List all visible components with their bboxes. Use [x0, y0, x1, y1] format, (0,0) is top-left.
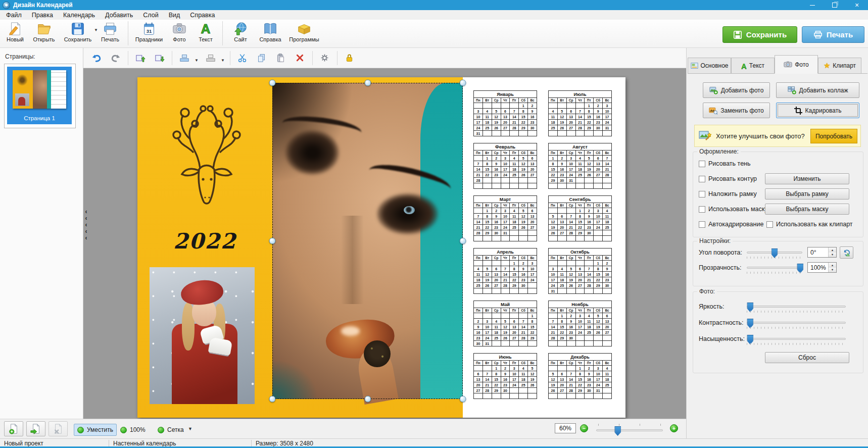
menu-calendar[interactable]: Календарь: [62, 12, 97, 19]
mini-calendar-Сентябрь[interactable]: СентябрьПнВтСрЧтПтСбВс123456789101112131…: [548, 195, 612, 241]
tab-clipart[interactable]: ★ Клипарт: [818, 58, 861, 73]
resize-handle-w[interactable]: [269, 238, 276, 244]
menu-add[interactable]: Добавить: [104, 12, 134, 19]
mini-calendar-Февраль[interactable]: ФевральПнВтСрЧтПтСбВс1234567891011121314…: [473, 143, 537, 189]
mini-calendar-Ноябрь[interactable]: НоябрьПнВтСрЧтПтСбВс12345678910111213141…: [548, 301, 612, 346]
tab-text[interactable]: A Текст: [731, 58, 775, 73]
opacity-spin-down[interactable]: ▼: [829, 268, 836, 273]
select-frame-button[interactable]: Выбрать рамку: [765, 188, 849, 200]
tab-photo[interactable]: Фото: [775, 55, 818, 74]
add-photo-button[interactable]: Добавить фото: [703, 82, 770, 98]
rotation-spin-up[interactable]: ▲: [829, 247, 836, 253]
rotation-slider[interactable]: [747, 252, 802, 254]
holidays-button[interactable]: 31 Праздники: [132, 20, 166, 42]
mini-calendar-Июль[interactable]: ИюльПнВтСрЧтПтСбВс1234567891011121314151…: [548, 90, 612, 136]
contrast-slider[interactable]: [747, 322, 846, 324]
opacity-spin-up[interactable]: ▲: [829, 263, 836, 268]
new-button[interactable]: Новый: [2, 20, 28, 42]
redo-button[interactable]: [108, 51, 124, 66]
shadow-checkbox[interactable]: [699, 161, 705, 167]
brightness-slider[interactable]: [747, 306, 846, 308]
save-project-button[interactable]: Сохранить: [722, 26, 797, 43]
fit-button[interactable]: Уместить: [74, 424, 117, 436]
resize-handle-s[interactable]: [364, 396, 371, 403]
lower-layer-button[interactable]: [152, 51, 168, 66]
zoom-slider[interactable]: [596, 423, 663, 434]
resize-handle-ne[interactable]: [460, 80, 466, 86]
programs-button[interactable]: Программы: [286, 20, 322, 42]
deer-clipart[interactable]: [154, 87, 255, 234]
add-collage-button[interactable]: Добавить коллаж: [776, 82, 859, 98]
delete-button[interactable]: [292, 51, 308, 66]
delete-page-button[interactable]: [49, 421, 68, 436]
resize-handle-n[interactable]: [364, 80, 371, 86]
mini-calendar-Октябрь[interactable]: ОктябрьПнВтСрЧтПтСбВс1234567891011121314…: [548, 248, 612, 294]
effects-button[interactable]: [317, 51, 333, 66]
align-horizontal-button[interactable]: [176, 51, 192, 66]
rotation-spin-down[interactable]: ▼: [829, 253, 836, 258]
restore-button[interactable]: [824, 0, 846, 10]
saturation-slider[interactable]: [747, 338, 846, 340]
reset-button[interactable]: Сброс: [765, 352, 849, 363]
checkbox-mask[interactable]: Использовать маску: [699, 206, 768, 213]
opacity-slider[interactable]: [747, 267, 802, 269]
as-clipart-checkbox[interactable]: [766, 221, 773, 228]
mini-calendar-Август[interactable]: АвгустПнВтСрЧтПтСбВс12345678910111213141…: [548, 143, 612, 189]
undo-button[interactable]: [88, 51, 105, 66]
align-vertical-button[interactable]: [203, 51, 219, 66]
add-page-button[interactable]: [4, 421, 23, 436]
frame-checkbox[interactable]: [699, 191, 705, 197]
open-button[interactable]: Открыть: [28, 20, 60, 42]
close-button[interactable]: ×: [846, 0, 868, 10]
opacity-spinbox[interactable]: 100% ▲▼: [807, 262, 837, 273]
resize-handle-se[interactable]: [460, 396, 466, 403]
page-thumbnail-selected[interactable]: Страница 1: [7, 67, 72, 124]
paste-button[interactable]: [273, 51, 289, 66]
save-button[interactable]: Сохранить ▼: [60, 20, 96, 42]
minimize-button[interactable]: [801, 0, 824, 10]
checkbox-frame[interactable]: Наложить рамку: [699, 190, 757, 197]
grid-dropdown-caret[interactable]: ▼: [188, 426, 192, 431]
zoom-100-button[interactable]: 100%: [117, 424, 149, 436]
menu-edit[interactable]: Правка: [30, 12, 55, 19]
zoom-in-button[interactable]: +: [670, 424, 678, 432]
mask-checkbox[interactable]: [699, 206, 705, 213]
main-photo-selected[interactable]: [272, 83, 463, 399]
menu-view[interactable]: Вид: [167, 12, 182, 19]
zoom-out-button[interactable]: −: [580, 424, 588, 432]
print-project-button[interactable]: Печать: [802, 26, 864, 43]
photo-button[interactable]: Фото: [166, 20, 192, 42]
site-button[interactable]: Сайт: [226, 20, 255, 42]
autocrop-checkbox[interactable]: [699, 221, 705, 228]
change-contour-button[interactable]: Изменить: [765, 173, 849, 184]
mini-calendar-Апрель[interactable]: АпрельПнВтСрЧтПтСбВс12345678910111213141…: [473, 248, 537, 294]
panel-collapse-handle[interactable]: ‹‹‹‹‹: [83, 209, 89, 241]
zoom-value-box[interactable]: 60%: [555, 423, 576, 433]
mini-calendar-Май[interactable]: МайПнВтСрЧтПтСбВс12345678910111213141516…: [473, 301, 537, 346]
import-page-button[interactable]: [26, 421, 45, 436]
help-button[interactable]: Справка: [255, 20, 286, 42]
grid-button[interactable]: Сетка: [155, 424, 187, 436]
checkbox-as-clipart[interactable]: Использовать как клипарт: [766, 221, 853, 228]
mini-calendar-Июнь[interactable]: ИюньПнВтСрЧтПтСбВс1234567891011121314151…: [473, 353, 537, 399]
raise-layer-button[interactable]: [132, 51, 149, 66]
tab-main[interactable]: Основное: [688, 58, 731, 73]
lock-button[interactable]: [342, 51, 358, 66]
menu-help[interactable]: Справка: [188, 12, 216, 19]
resize-handle-nw[interactable]: [269, 80, 276, 86]
copy-button[interactable]: [254, 51, 270, 66]
girl-photo[interactable]: [150, 267, 255, 404]
resize-handle-sw[interactable]: [269, 396, 276, 403]
replace-photo-button[interactable]: Заменить фото: [703, 103, 770, 118]
rotation-spinbox[interactable]: 0° ▲▼: [807, 247, 837, 258]
crop-button[interactable]: Кадрировать: [776, 103, 859, 118]
resize-handle-e[interactable]: [460, 238, 466, 244]
menu-layer[interactable]: Слой: [141, 12, 160, 19]
select-mask-button[interactable]: Выбрать маску: [765, 204, 849, 215]
print-button[interactable]: Печать: [96, 20, 124, 42]
mini-calendar-Декабрь[interactable]: ДекабрьПнВтСрЧтПтСбВс1234567891011121314…: [548, 353, 612, 399]
mini-calendar-Март[interactable]: МартПнВтСрЧтПтСбВс1234567891011121314151…: [473, 195, 537, 241]
year-text[interactable]: 2022: [137, 229, 272, 254]
align-vertical-dropdown-caret[interactable]: ▼: [221, 58, 225, 63]
zoom-slider-thumb[interactable]: [614, 426, 621, 436]
